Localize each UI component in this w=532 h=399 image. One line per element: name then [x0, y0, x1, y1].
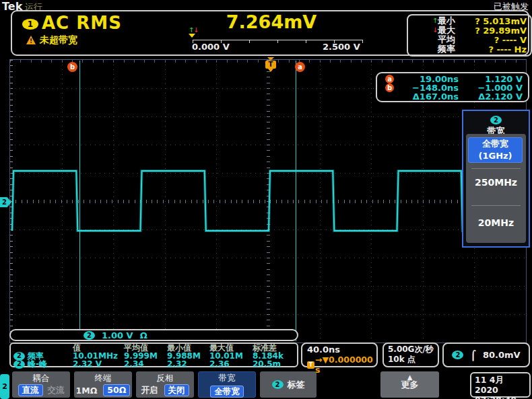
coupling-button[interactable]: 耦合 直流 交流: [12, 371, 70, 398]
termination-50-option[interactable]: 50Ω: [103, 384, 130, 396]
menu-item-20mhz[interactable]: 20MHz: [466, 217, 526, 228]
bandwidth-button-active[interactable]: 带宽 全带宽: [198, 371, 256, 398]
bandwidth-menu: 2 带宽 全带宽 (1GHz) 250MHz 20MHz: [462, 110, 530, 248]
range-position-icon: [189, 34, 195, 38]
channel2-scale-bar[interactable]: 2 1.00 V Ω: [9, 329, 298, 341]
label-button[interactable]: 2 标签: [260, 371, 317, 398]
stat-value: ? 29.89mV: [475, 26, 527, 36]
trigger-source-badge: 2: [452, 351, 463, 359]
stat-row-min: ↑ 最小 ? 5.013mV: [408, 16, 531, 26]
invert-on-option[interactable]: 开启: [141, 385, 158, 396]
channel2-scale: 1.00 V: [102, 330, 133, 340]
stat-min-icon: ↑: [432, 17, 438, 24]
oscilloscope-screen: Tek 运行 已被触发 1 AC RMS ! 未超带宽 7.264mV ↑ ↓ …: [0, 0, 532, 399]
bandwidth-menu-panel: 全带宽 (1GHz) 250MHz 20MHz: [466, 134, 526, 243]
trigger-panel: 2 ⌠ 80.0mV: [442, 342, 530, 367]
menu-channel-badge: 2: [490, 116, 502, 124]
cursor-a-line[interactable]: [296, 61, 296, 341]
cursor-readout-panel: a 19.00ns 1.120 V b −148.0ns −1.000 V Δ1…: [376, 72, 529, 102]
channel2-tab[interactable]: 2: [0, 374, 9, 399]
max-marker-icon: ↓: [193, 27, 199, 34]
sample-rate: 5.00G次/秒: [388, 344, 438, 355]
scale-min-label: 0.000 V: [192, 42, 230, 52]
label-button-text: 标签: [288, 379, 305, 391]
cursor-delta-row: Δ167.0ns Δ2.120 V: [385, 92, 523, 101]
invert-title: 反相: [136, 371, 194, 384]
cursor-delta-volt: Δ2.120 V: [478, 92, 523, 102]
label-channel-badge: 2: [272, 380, 284, 389]
measurement-table: 值 平均值 最小值 最大值 标准差 2频率 10.01MHz 9.999M 9.…: [9, 342, 298, 367]
trigger-position-marker[interactable]: T: [265, 57, 277, 72]
termination-1m-option[interactable]: 1MΩ: [76, 386, 98, 396]
stats-panel: ↑ 最小 ? 5.013mV ↓ 最大 ? 29.89mV 平均 ? ---- …: [407, 14, 532, 57]
menu-divider: [471, 205, 521, 206]
channel1-badge: 1: [22, 19, 38, 30]
channel2-badge: 2: [84, 331, 95, 340]
menu-item-250mhz[interactable]: 250MHz: [466, 177, 526, 188]
scale-max-label: 2.500 V: [323, 42, 360, 52]
bandwidth-title: 带宽: [199, 372, 255, 384]
invert-off-option[interactable]: 关闭: [164, 384, 189, 396]
cursor-b-badge-readout: b: [385, 83, 394, 92]
menu-item-full-bandwidth[interactable]: 全带宽 (1GHz): [468, 137, 523, 163]
timebase-scale: 40.0ns: [307, 344, 376, 355]
channel2-waveform: [10, 60, 526, 342]
channel2-impedance: Ω: [140, 330, 147, 340]
datetime-panel: 11 4月 2020 07:38:49: [470, 372, 531, 398]
trigger-t-icon: T: [307, 361, 314, 369]
more-button[interactable]: ▲ 更多: [380, 371, 439, 398]
trigger-slope-icon: ⌠: [470, 350, 476, 361]
date-display: 11 4月 2020: [475, 375, 529, 395]
cursor-b-line[interactable]: [79, 61, 80, 341]
coupling-title: 耦合: [12, 371, 70, 384]
timebase-position: →▼0.000000 s: [315, 355, 376, 375]
trigger-level: 80.0mV: [483, 350, 521, 360]
more-button-text: 更多: [380, 379, 439, 391]
time-display: 07:38:49: [475, 395, 529, 399]
stat-value: ? 5.013mV: [475, 16, 527, 26]
coupling-dc-option[interactable]: 直流: [18, 384, 43, 396]
channel2-badge: 2: [13, 360, 25, 369]
bandwidth-value: 全带宽: [210, 386, 244, 398]
stat-value: ? ---- Hz: [488, 44, 527, 55]
acquisition-panel: 5.00G次/秒 10k 点: [383, 342, 439, 367]
invert-button[interactable]: 反相 开启 关闭: [136, 371, 194, 398]
termination-button[interactable]: 终端 1MΩ 50Ω: [74, 371, 132, 398]
termination-title: 终端: [74, 371, 132, 384]
stat-label: 频率: [438, 43, 455, 55]
trigger-marker-label: T: [265, 61, 276, 69]
menu-divider: [471, 168, 521, 169]
stat-row-mean: 平均 ? ---- V: [408, 35, 531, 44]
stat-max-icon: ↓: [432, 27, 438, 34]
stat-row-freq: 频率 ? ---- Hz: [408, 44, 531, 54]
main-measurement-value: 7.264mV: [201, 11, 342, 32]
cursor-a-badge-readout: a: [385, 75, 394, 83]
warning-icon: !: [26, 36, 36, 44]
cursor-delta-time: Δ167.0ns: [394, 92, 459, 102]
measurement-row-pkpk: 2峰-峰 2.32 V 2.34 2.32 2.36 20.5m: [13, 360, 297, 368]
cursor-b-badge[interactable]: b: [67, 62, 77, 72]
stat-row-max: ↓ 最大 ? 29.89mV: [408, 26, 531, 35]
timebase-panel: 40.0ns T →▼0.000000 s: [301, 342, 378, 367]
cursor-a-badge[interactable]: a: [295, 62, 305, 72]
timebase-position-row: T →▼0.000000 s: [307, 355, 376, 375]
stat-value: ? ---- V: [494, 35, 527, 45]
coupling-ac-option[interactable]: 交流: [48, 385, 65, 396]
bandwidth-warning: 未超带宽: [40, 34, 77, 46]
measurement-readout-panel: 1 AC RMS ! 未超带宽 7.264mV ↑ ↓ 0.000 V 2.50…: [11, 10, 529, 56]
record-length: 10k 点: [388, 355, 438, 364]
measurement-type: AC RMS: [42, 13, 122, 33]
